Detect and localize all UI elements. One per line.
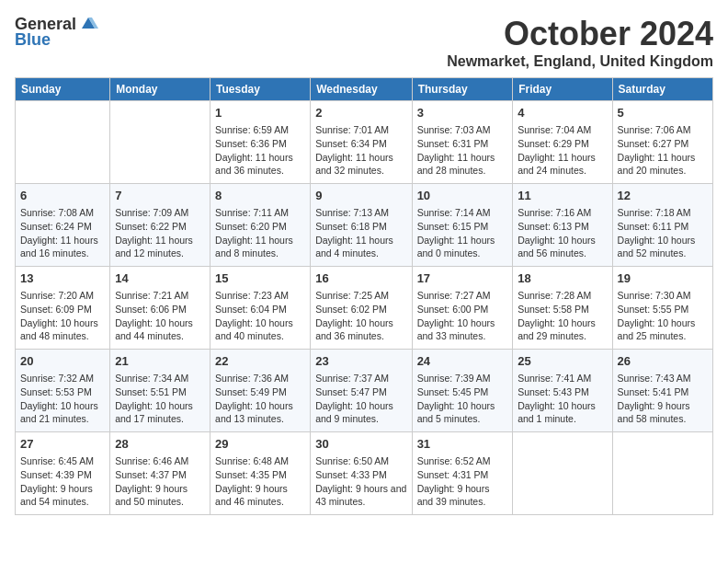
month-title: October 2024	[447, 15, 713, 53]
day-number: 5	[618, 105, 708, 121]
day-number: 29	[215, 436, 305, 453]
calendar-cell: 9Sunrise: 7:13 AMSunset: 6:18 PMDaylight…	[311, 184, 412, 267]
week-row-1: 1Sunrise: 6:59 AMSunset: 6:36 PMDaylight…	[16, 101, 713, 184]
calendar-cell: 15Sunrise: 7:23 AMSunset: 6:04 PMDayligh…	[210, 267, 311, 350]
calendar-cell: 22Sunrise: 7:36 AMSunset: 5:49 PMDayligh…	[210, 350, 311, 432]
day-number: 3	[417, 105, 508, 121]
day-number: 20	[20, 353, 105, 370]
calendar-cell: 14Sunrise: 7:21 AMSunset: 6:06 PMDayligh…	[110, 267, 210, 350]
calendar-cell: 16Sunrise: 7:25 AMSunset: 6:02 PMDayligh…	[311, 267, 412, 350]
page-header: General Blue October 2024 Newmarket, Eng…	[15, 15, 713, 70]
calendar-cell: 5Sunrise: 7:06 AMSunset: 6:27 PMDaylight…	[612, 101, 712, 184]
calendar-cell	[612, 432, 712, 515]
column-header-monday: Monday	[110, 78, 210, 101]
calendar-cell: 18Sunrise: 7:28 AMSunset: 5:58 PMDayligh…	[513, 267, 612, 350]
day-number: 26	[618, 353, 708, 370]
day-number: 25	[518, 353, 607, 370]
day-number: 18	[518, 270, 607, 287]
calendar-cell: 8Sunrise: 7:11 AMSunset: 6:20 PMDaylight…	[210, 184, 311, 267]
column-header-sunday: Sunday	[16, 78, 110, 101]
calendar-cell: 28Sunrise: 6:46 AMSunset: 4:37 PMDayligh…	[110, 432, 210, 515]
calendar-cell	[513, 432, 612, 515]
calendar-cell: 10Sunrise: 7:14 AMSunset: 6:15 PMDayligh…	[412, 184, 513, 267]
day-number: 24	[417, 353, 508, 370]
calendar-cell: 11Sunrise: 7:16 AMSunset: 6:13 PMDayligh…	[513, 184, 612, 267]
calendar-cell: 31Sunrise: 6:52 AMSunset: 4:31 PMDayligh…	[412, 432, 513, 515]
day-number: 1	[215, 105, 305, 121]
day-number: 13	[20, 270, 105, 287]
day-number: 21	[115, 353, 205, 370]
calendar-cell: 26Sunrise: 7:43 AMSunset: 5:41 PMDayligh…	[612, 350, 712, 432]
logo: General Blue	[15, 15, 98, 50]
day-number: 28	[115, 436, 205, 453]
day-number: 6	[20, 188, 105, 204]
day-number: 31	[417, 436, 508, 453]
calendar-cell: 19Sunrise: 7:30 AMSunset: 5:55 PMDayligh…	[612, 267, 712, 350]
title-block: October 2024 Newmarket, England, United …	[447, 15, 713, 70]
calendar-cell: 6Sunrise: 7:08 AMSunset: 6:24 PMDaylight…	[16, 184, 110, 267]
day-number: 8	[215, 188, 305, 204]
week-row-5: 27Sunrise: 6:45 AMSunset: 4:39 PMDayligh…	[16, 432, 713, 515]
calendar-cell	[110, 101, 210, 184]
day-number: 9	[315, 188, 406, 204]
column-header-thursday: Thursday	[412, 78, 513, 101]
day-number: 15	[215, 270, 305, 287]
calendar-cell: 3Sunrise: 7:03 AMSunset: 6:31 PMDaylight…	[412, 101, 513, 184]
calendar-table: SundayMondayTuesdayWednesdayThursdayFrid…	[15, 77, 713, 515]
day-number: 11	[518, 188, 607, 204]
column-header-wednesday: Wednesday	[311, 78, 412, 101]
calendar-cell: 24Sunrise: 7:39 AMSunset: 5:45 PMDayligh…	[412, 350, 513, 432]
day-number: 12	[618, 188, 708, 204]
header-row: SundayMondayTuesdayWednesdayThursdayFrid…	[16, 78, 713, 101]
calendar-cell: 27Sunrise: 6:45 AMSunset: 4:39 PMDayligh…	[16, 432, 110, 515]
day-number: 16	[315, 270, 406, 287]
column-header-saturday: Saturday	[612, 78, 712, 101]
day-number: 23	[315, 353, 406, 370]
day-number: 17	[417, 270, 508, 287]
day-number: 14	[115, 270, 205, 287]
calendar-cell: 4Sunrise: 7:04 AMSunset: 6:29 PMDaylight…	[513, 101, 612, 184]
day-number: 30	[315, 436, 406, 453]
column-header-tuesday: Tuesday	[210, 78, 311, 101]
day-number: 22	[215, 353, 305, 370]
calendar-cell: 29Sunrise: 6:48 AMSunset: 4:35 PMDayligh…	[210, 432, 311, 515]
calendar-cell: 13Sunrise: 7:20 AMSunset: 6:09 PMDayligh…	[16, 267, 110, 350]
location-text: Newmarket, England, United Kingdom	[447, 53, 713, 70]
week-row-4: 20Sunrise: 7:32 AMSunset: 5:53 PMDayligh…	[16, 350, 713, 432]
logo-icon	[78, 16, 98, 32]
calendar-cell: 25Sunrise: 7:41 AMSunset: 5:43 PMDayligh…	[513, 350, 612, 432]
calendar-cell: 1Sunrise: 6:59 AMSunset: 6:36 PMDaylight…	[210, 101, 311, 184]
column-header-friday: Friday	[513, 78, 612, 101]
week-row-3: 13Sunrise: 7:20 AMSunset: 6:09 PMDayligh…	[16, 267, 713, 350]
calendar-cell	[16, 101, 110, 184]
day-number: 10	[417, 188, 508, 204]
calendar-cell: 21Sunrise: 7:34 AMSunset: 5:51 PMDayligh…	[110, 350, 210, 432]
day-number: 4	[518, 105, 607, 121]
calendar-cell: 7Sunrise: 7:09 AMSunset: 6:22 PMDaylight…	[110, 184, 210, 267]
calendar-cell: 30Sunrise: 6:50 AMSunset: 4:33 PMDayligh…	[311, 432, 412, 515]
week-row-2: 6Sunrise: 7:08 AMSunset: 6:24 PMDaylight…	[16, 184, 713, 267]
calendar-cell: 2Sunrise: 7:01 AMSunset: 6:34 PMDaylight…	[311, 101, 412, 184]
calendar-cell: 20Sunrise: 7:32 AMSunset: 5:53 PMDayligh…	[16, 350, 110, 432]
day-number: 2	[315, 105, 406, 121]
calendar-cell: 12Sunrise: 7:18 AMSunset: 6:11 PMDayligh…	[612, 184, 712, 267]
calendar-cell: 17Sunrise: 7:27 AMSunset: 6:00 PMDayligh…	[412, 267, 513, 350]
day-number: 19	[618, 270, 708, 287]
day-number: 7	[115, 188, 205, 204]
calendar-cell: 23Sunrise: 7:37 AMSunset: 5:47 PMDayligh…	[311, 350, 412, 432]
logo-blue-text: Blue	[15, 30, 51, 50]
day-number: 27	[20, 436, 105, 453]
